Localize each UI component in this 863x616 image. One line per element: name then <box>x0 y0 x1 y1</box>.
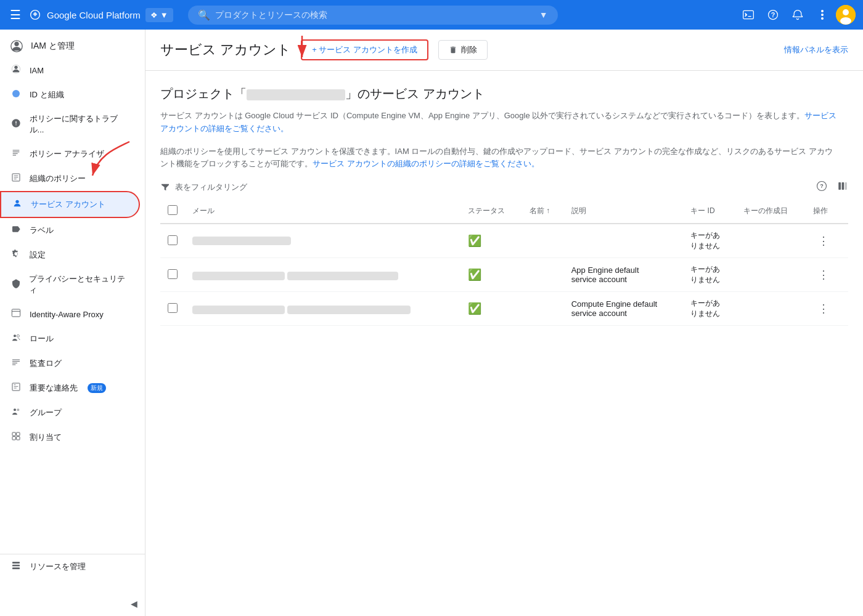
sidebar-item-allocation[interactable]: 割り当て <box>0 425 140 450</box>
delete-button[interactable]: 削除 <box>438 40 488 60</box>
key-none-text: キーがありません <box>690 299 720 318</box>
svg-rect-28 <box>12 565 20 567</box>
row-checkbox[interactable] <box>168 303 178 313</box>
table-filter: 表をフィルタリング <box>160 182 247 193</box>
search-expand-icon[interactable]: ▼ <box>539 10 548 20</box>
svg-point-19 <box>17 334 19 337</box>
learn-more-link-2[interactable]: サービス アカウントの組織のポリシーの詳細をご覧ください。 <box>313 159 539 168</box>
search-input[interactable] <box>215 10 534 20</box>
sidebar-item-contacts[interactable]: 重要な連絡先 新規 <box>0 376 140 400</box>
sidebar-item-label: グループ <box>30 407 62 418</box>
contacts-icon <box>10 382 22 394</box>
terminal-button[interactable] <box>737 4 759 26</box>
sidebar-item-identity[interactable]: ID と組織 <box>0 83 140 107</box>
sidebar-item-label: 組織のポリシー <box>30 173 86 184</box>
avatar[interactable] <box>836 5 856 25</box>
chevron-down-icon: ▼ <box>160 10 168 20</box>
user-avatar-icon <box>836 5 856 25</box>
sidebar-item-label: ポリシー アナライザ <box>30 148 104 160</box>
sidebar-collapse-button[interactable]: ◀ <box>123 591 145 616</box>
learn-more-link-1[interactable]: サービス アカウントの詳細をご覧ください。 <box>160 111 836 133</box>
description-2: 組織のポリシーを使用してサービス アカウントを保護できます。IAM ロールの自動… <box>160 145 838 171</box>
sidebar-item-label: 割り当て <box>30 432 62 443</box>
delete-label: 削除 <box>461 44 477 55</box>
sidebar-item-policy-analyzer[interactable]: ポリシー アナライザ <box>0 142 140 166</box>
sidebar-item-service-account[interactable]: サービス アカウント <box>0 191 140 218</box>
org-policy-icon <box>10 172 22 185</box>
table-help-icon[interactable]: ? <box>816 180 827 194</box>
sidebar-item-policy-trouble[interactable]: ポリシーに関するトラブル... <box>0 107 140 142</box>
key-created-cell <box>736 224 806 258</box>
table-columns-icon[interactable] <box>837 180 848 194</box>
svg-point-14 <box>12 90 20 97</box>
sidebar-item-audit-log[interactable]: 監査ログ <box>0 351 140 376</box>
top-navigation: ☰ Google Cloud Platform ❖ ▼ 🔍 ▼ ? <box>0 0 863 30</box>
info-panel-link[interactable]: 情報パネルを表示 <box>784 44 848 55</box>
allocation-icon <box>10 431 22 444</box>
svg-rect-17 <box>12 309 20 317</box>
filter-icon <box>160 182 170 192</box>
support-button[interactable]: ? <box>762 4 784 26</box>
row-more-button[interactable]: ⋮ <box>813 232 834 250</box>
sidebar-item-privacy[interactable]: プライバシーとセキュリティ <box>0 267 140 302</box>
row-more-button[interactable]: ⋮ <box>813 299 834 318</box>
gcp-logo-icon <box>28 8 42 22</box>
iap-icon <box>10 308 22 320</box>
notifications-button[interactable] <box>787 4 809 26</box>
vertical-dots-icon <box>821 9 824 21</box>
sidebar-item-label: 設定 <box>30 249 46 261</box>
app-body: IAM と管理 IAM ID と組織 ポリシーに関するトラブル... ポリシー <box>0 30 863 616</box>
svg-rect-25 <box>12 437 15 440</box>
sidebar-footer-label: リソースを管理 <box>30 561 86 572</box>
menu-icon[interactable]: ☰ <box>7 5 23 25</box>
svg-point-5 <box>821 14 824 16</box>
svg-point-16 <box>15 200 18 203</box>
sidebar-item-labels[interactable]: ラベル <box>0 218 140 243</box>
labels-icon <box>10 224 22 237</box>
iam-icon <box>10 64 22 76</box>
sidebar-item-label: 重要な連絡先 <box>30 383 78 394</box>
col-name[interactable]: 名前 <box>522 199 564 224</box>
col-actions: 操作 <box>806 199 848 224</box>
select-all-checkbox[interactable] <box>168 205 178 215</box>
project-icon: ❖ <box>150 10 158 20</box>
email-cell <box>185 224 460 258</box>
project-selector[interactable]: ❖ ▼ <box>145 8 173 22</box>
svg-point-4 <box>821 10 824 12</box>
sidebar-item-label: ラベル <box>30 225 54 236</box>
manage-resources-icon <box>10 561 22 573</box>
terminal-icon <box>742 9 755 21</box>
sidebar-item-manage-resources[interactable]: リソースを管理 <box>0 554 145 579</box>
svg-rect-32 <box>838 182 841 190</box>
more-options-button[interactable] <box>811 4 833 26</box>
sidebar-item-iap[interactable]: Identity-Aware Proxy <box>0 302 140 326</box>
sidebar-item-label: 監査ログ <box>30 358 62 369</box>
row-checkbox[interactable] <box>168 235 178 245</box>
key-id-cell: キーがありません <box>683 292 735 326</box>
sidebar-item-label: ロール <box>30 333 54 344</box>
actions-cell: ⋮ <box>806 258 848 292</box>
sidebar-item-label: サービス アカウント <box>31 199 105 210</box>
row-checkbox[interactable] <box>168 269 178 279</box>
table-row: ✅ キーがありません ⋮ <box>160 224 848 258</box>
sidebar-item-iam[interactable]: IAM <box>0 58 140 83</box>
sidebar-item-groups[interactable]: グループ <box>0 400 140 425</box>
svg-rect-34 <box>845 182 847 190</box>
svg-rect-1 <box>743 10 754 18</box>
sidebar-item-settings[interactable]: 設定 <box>0 243 140 267</box>
actions-cell: ⋮ <box>806 292 848 326</box>
policy-analyzer-icon <box>10 148 22 160</box>
sidebar-item-roles[interactable]: ロール <box>0 326 140 351</box>
create-service-account-button[interactable]: + サービス アカウントを作成 <box>301 39 428 60</box>
sidebar-bottom: リソースを管理 <box>0 554 145 579</box>
sidebar-item-org-policy[interactable]: 組織のポリシー <box>0 166 140 191</box>
sidebar-item-label: ポリシーに関するトラブル... <box>30 113 130 136</box>
svg-point-12 <box>14 66 17 69</box>
bell-icon <box>791 9 804 21</box>
svg-rect-29 <box>12 567 20 569</box>
col-key-id: キー ID <box>683 199 735 224</box>
svg-point-9 <box>840 17 851 25</box>
email-cell <box>185 292 460 326</box>
table-toolbar: 表をフィルタリング ? <box>160 180 848 194</box>
row-more-button[interactable]: ⋮ <box>813 265 834 284</box>
